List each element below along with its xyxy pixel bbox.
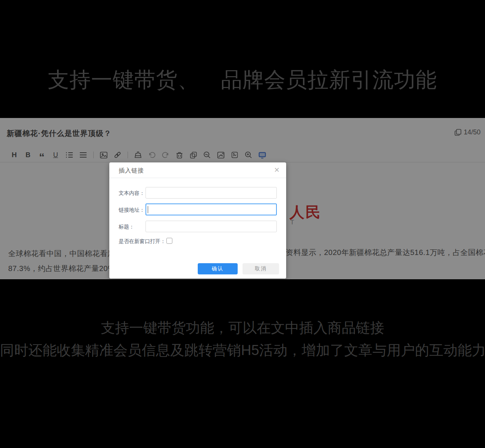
- open-new-window-label: 是否在新窗口打开：: [119, 238, 166, 245]
- open-new-window-checkbox[interactable]: [166, 238, 172, 244]
- text-caret: [148, 206, 148, 213]
- caption-line-1: 支持一键带货功能，可以在文中插入商品链接: [0, 318, 485, 337]
- text-content-label: 文本内容：: [119, 190, 145, 197]
- text-content-input[interactable]: [146, 187, 277, 199]
- title-label: 标题：: [119, 224, 134, 230]
- modal-header: 插入链接 ×: [109, 162, 286, 178]
- title-input[interactable]: [146, 221, 277, 232]
- hero-title: 支持一键带货、 品牌会员拉新引流功能: [0, 66, 485, 94]
- close-icon[interactable]: ×: [273, 165, 281, 175]
- link-address-label: 链接地址：: [119, 207, 145, 214]
- insert-link-modal: 插入链接 × 文本内容： 链接地址： 标题： 是否在新窗口打开： 确认 取消: [109, 162, 286, 279]
- modal-title: 插入链接: [119, 167, 144, 175]
- caption-line-2: 同时还能收集精准会员信息及跳转营销H5活动，增加了文章与用户的互动能力: [0, 341, 485, 360]
- cancel-button[interactable]: 取消: [242, 263, 279, 274]
- link-address-input[interactable]: [146, 203, 277, 215]
- confirm-button[interactable]: 确认: [198, 263, 238, 274]
- editor-screenshot: 新疆棉花·凭什么是世界顶级？ 14/50 H B “ U: [0, 118, 485, 279]
